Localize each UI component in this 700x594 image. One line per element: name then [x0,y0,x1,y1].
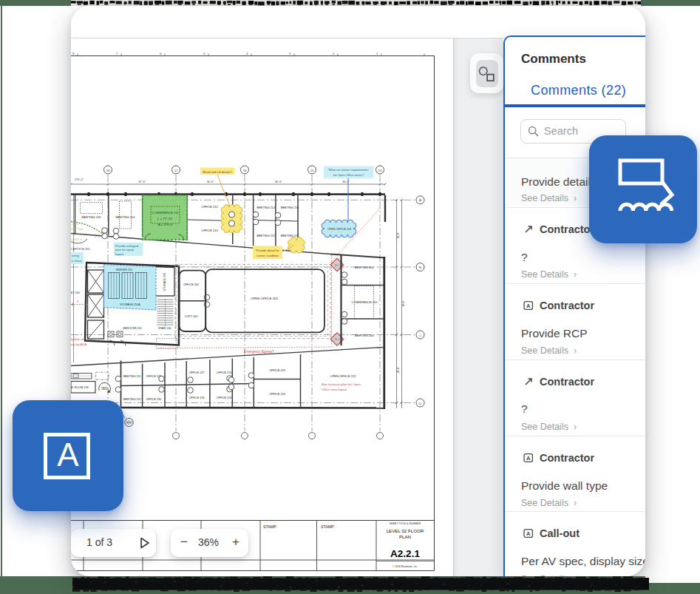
svg-text:CEPTION 255: CEPTION 255 [71,247,90,251]
svg-text:120” Tall: 120” Tall [71,227,83,231]
svg-text:1: 1 [376,52,378,55]
svg-text:9: 9 [77,300,78,303]
svg-text:18: 18 [106,169,110,172]
svg-text:STAMP:: STAMP: [263,524,277,529]
svg-text:© 2018 Bluebeam, Inc.: © 2018 Bluebeam, Inc. [393,565,418,568]
svg-text:MEETING 215: MEETING 215 [256,234,275,237]
svg-text:360: 360 [101,386,108,391]
svg-text:= 420 in: = 420 in [71,237,83,241]
svg-text:A: A [419,198,421,202]
svg-text:OFFICE 261: OFFICE 261 [183,283,199,286]
svg-text:LEVEL 02 FLOOR: LEVEL 02 FLOOR [387,528,424,533]
svg-text:30’-0”: 30’-0” [402,300,405,307]
svg-text:Provide enlarged: Provide enlarged [115,244,139,248]
svg-text:Office area layout: Office area layout [322,388,347,391]
svg-text:is chase: is chase [72,259,82,263]
svg-text:MEETING 231: MEETING 231 [123,375,141,378]
svg-text:corner condition: corner condition [256,254,279,257]
svg-text:MEN’S RR 250: MEN’S RR 250 [123,327,141,330]
svg-text:A = 378 sf: A = 378 sf [158,223,173,226]
svg-text:Provide detail for: Provide detail for [256,249,279,252]
svg-text:PLAN: PLAN [399,534,411,539]
svg-text:Emergency Egress?: Emergency Egress? [244,350,274,354]
svg-text:for Open Office areas?: for Open Office areas? [333,173,364,177]
svg-text:A: A [526,303,531,309]
svg-text:L = 27’-4”: L = 27’-4” [71,232,84,236]
svg-text:A: A [526,455,531,462]
svg-text:MEETING 206: MEETING 206 [355,334,373,337]
svg-text:LOBBY 256: LOBBY 256 [71,291,80,294]
svg-text:OPEN OFFICE 218: OPEN OFFICE 218 [327,228,351,231]
svg-text:7: 7 [116,52,118,55]
svg-text:30’-0”: 30’-0” [397,367,400,374]
svg-text:30’-0”: 30’-0” [397,232,400,239]
svg-text:30’-0”: 30’-0” [275,180,282,183]
svg-text:37’-0”: 37’-0” [138,180,146,183]
svg-text:8: 8 [72,52,75,55]
svg-text:STAIR 200: STAIR 200 [158,327,171,330]
svg-text:C: C [419,334,421,337]
svg-text:SHEET TITLE & NUMBER: SHEET TITLE & NUMBER [390,522,421,525]
svg-text:MEETING 209: MEETING 209 [81,215,101,219]
svg-text:2: 2 [333,52,335,55]
svg-text:OFFICE 230: OFFICE 230 [146,398,161,401]
svg-text:30’-0”: 30’-0” [342,180,350,183]
svg-text:STAMP:: STAMP: [321,524,335,529]
svg-text:OFFICE 228: OFFICE 228 [189,396,205,399]
svg-text:ius for ADA: ius for ADA [71,342,86,346]
svg-text:3: 3 [289,52,291,55]
svg-text:SERVER 251: SERVER 251 [116,269,132,271]
svg-text:CONFERENCE 211: CONFERENCE 211 [152,211,179,215]
svg-text:ucting: ucting [72,254,79,257]
svg-text:A: A [526,530,531,537]
svg-text:D: D [419,402,421,405]
svg-text:OPEN OFFICE 263: OPEN OFFICE 263 [251,297,278,300]
svg-text:OFFICE 226: OFFICE 226 [217,396,232,399]
svg-text:BREAK ROOM 233: BREAK ROOM 233 [71,386,89,389]
svg-text:See furniture plan for Open: See furniture plan for Open [322,382,361,386]
svg-text:23’-2”: 23’-2” [72,222,80,226]
svg-text:270’-0”: 270’-0” [75,178,84,181]
svg-text:MEETING 210: MEETING 210 [115,215,135,219]
svg-text:OFFICE 224: OFFICE 224 [269,392,286,396]
svg-text:2’-1”: 2’-1” [95,235,101,239]
svg-text:B: B [419,266,421,269]
svg-text:17: 17 [174,169,178,172]
svg-text:layout: layout [115,252,124,256]
svg-text:5: 5 [203,52,205,55]
svg-text:A2.2.1: A2.2.1 [390,548,420,559]
svg-text:plan for equip.: plan for equip. [115,248,135,252]
svg-text:30’-0”: 30’-0” [207,180,214,183]
svg-text:MEETING 204: MEETING 204 [355,266,374,269]
svg-text:6: 6 [160,52,162,55]
svg-text:ly 60in clr.: ly 60in clr. [71,337,85,341]
svg-text:L = 77’-10”: L = 77’-10” [157,217,173,220]
svg-text:W-1: W-1 [335,338,339,341]
svg-text:4: 4 [246,52,248,55]
svg-text:OFFICE 213: OFFICE 213 [201,229,218,232]
svg-text:MEETING 232: MEETING 232 [123,398,141,401]
svg-text:15: 15 [310,169,314,172]
svg-text:MEETING 216: MEETING 216 [281,206,299,209]
svg-text:MEETING 217: MEETING 217 [281,234,299,237]
svg-text:MEETING 214: MEETING 214 [256,206,275,209]
svg-text:STORAGE 250A: STORAGE 250A [120,303,140,306]
svg-text:14: 14 [378,169,382,172]
svg-text:OFFICE 223: OFFICE 223 [269,368,285,372]
svg-text:Head and sill details?: Head and sill details? [203,170,232,174]
svg-text:OFFICE 212: OFFICE 212 [201,205,218,209]
svg-text:OFFICE 227: OFFICE 227 [189,371,205,374]
svg-text:COPY 262: COPY 262 [184,315,197,318]
svg-text:OPEN OFFICE 222: OPEN OFFICE 222 [330,374,357,378]
svg-text:OFFICE 225: OFFICE 225 [217,371,232,374]
svg-text:16: 16 [243,169,247,172]
svg-text:STORAGE 260: STORAGE 260 [163,273,166,291]
svg-text:W-1: W-1 [335,264,339,267]
svg-text:What are power requirements: What are power requirements [329,168,369,172]
